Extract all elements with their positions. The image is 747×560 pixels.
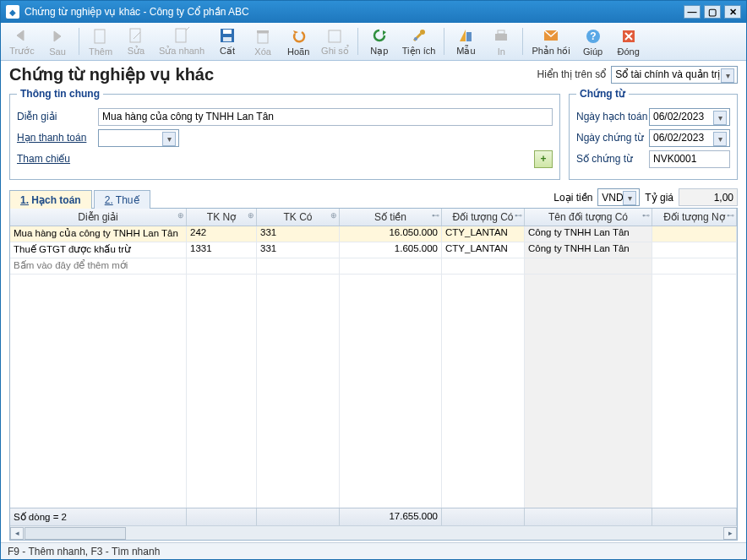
nav-prev-button[interactable]: Trước xyxy=(4,24,40,58)
scroll-right-button[interactable]: ▸ xyxy=(723,527,737,540)
print-button[interactable]: In xyxy=(483,24,519,58)
col-credit-obj-name[interactable]: Tên đối tượng Có⊷ xyxy=(525,209,652,226)
svg-rect-1 xyxy=(130,29,140,42)
content-area: Chứng từ nghiệp vụ khác Hiển thị trên sổ… xyxy=(1,61,746,542)
titlebar: ◆ Chứng từ nghiệp vụ khác - Công ty Cổ p… xyxy=(1,1,746,23)
svg-point-9 xyxy=(420,30,425,35)
col-credit-obj[interactable]: Đối tượng Có⊷ xyxy=(442,209,525,226)
col-description[interactable]: Diễn giải⊕ xyxy=(10,209,187,226)
col-debit-obj[interactable]: Đối tượng Nợ⊷ xyxy=(652,209,737,226)
due-date-combo[interactable] xyxy=(98,129,179,147)
tab-entries[interactable]: 1. Hạch toán xyxy=(9,190,92,209)
app-window: ◆ Chứng từ nghiệp vụ khác - Công ty Cổ p… xyxy=(0,0,747,560)
svg-rect-13 xyxy=(498,30,504,34)
delete-button[interactable]: Xóa xyxy=(245,24,281,58)
svg-rect-11 xyxy=(466,32,472,41)
general-info-group: Thông tin chung Diễn giải Hạn thanh toán… xyxy=(9,88,560,180)
page-title: Chứng từ nghiệp vụ khác xyxy=(9,64,537,84)
rate-input[interactable] xyxy=(679,188,738,206)
window-title: Chứng từ nghiệp vụ khác - Công ty Cổ phầ… xyxy=(25,6,684,18)
rate-label: Tỷ giá xyxy=(645,192,673,204)
grid-body[interactable]: Mua hàng của công ty TNHH Lan Tân 242 33… xyxy=(10,226,737,508)
svg-rect-2 xyxy=(176,29,186,42)
status-bar: F9 - Thêm nhanh, F3 - Tìm nhanh xyxy=(1,542,746,559)
toolbar: Trước Sau Thêm Sửa Sửa nhanh Cất Xóa Hoã… xyxy=(1,23,746,61)
svg-rect-8 xyxy=(329,30,341,42)
horizontal-scrollbar[interactable]: ◂ ▸ xyxy=(10,525,737,540)
voucher-no-label: Số chứng từ xyxy=(576,153,649,165)
scroll-left-button[interactable]: ◂ xyxy=(10,527,24,540)
table-row[interactable]: Thuế GTGT được khấu trừ 1331 331 1.605.0… xyxy=(10,242,737,258)
due-date-label: Hạn thanh toán xyxy=(17,132,98,144)
reload-button[interactable]: Nạp xyxy=(362,24,397,58)
col-amount[interactable]: Số tiền⊷ xyxy=(340,209,442,226)
add-button[interactable]: Thêm xyxy=(83,24,118,58)
posting-date-label: Ngày hạch toán xyxy=(576,111,649,122)
template-button[interactable]: Mẫu xyxy=(448,24,483,58)
add-row-placeholder[interactable]: Bấm vào đây để thêm mới xyxy=(10,258,737,275)
post-button[interactable]: Ghi sổ xyxy=(316,24,354,58)
voucher-date-input[interactable]: 06/02/2023 xyxy=(649,129,730,147)
voucher-no-input[interactable] xyxy=(649,150,730,168)
grid-footer: Số dòng = 2 17.655.000 xyxy=(10,508,737,525)
total-amount: 17.655.000 xyxy=(340,508,442,525)
voucher-date-label: Ngày chứng từ xyxy=(576,132,649,144)
pin-icon: ⊕ xyxy=(177,211,184,220)
voucher-legend: Chứng từ xyxy=(576,88,629,100)
svg-point-10 xyxy=(414,37,417,41)
display-on-label: Hiển thị trên sổ xyxy=(537,68,607,80)
svg-rect-12 xyxy=(495,34,507,41)
display-on-combo[interactable]: Sổ tài chính và quản trị xyxy=(611,66,738,84)
nav-next-button[interactable]: Sau xyxy=(40,24,75,58)
svg-rect-4 xyxy=(223,30,232,34)
currency-label: Loại tiền xyxy=(553,192,592,204)
col-credit-acct[interactable]: TK Có⊕ xyxy=(257,209,340,226)
grid-header: Diễn giải⊕ TK Nợ⊕ TK Có⊕ Số tiền⊷ Đối tư… xyxy=(10,209,737,226)
utilities-button[interactable]: Tiện ích xyxy=(397,24,441,58)
help-button[interactable]: ?Giúp xyxy=(575,24,611,58)
plus-icon: + xyxy=(540,153,546,165)
close-window-button[interactable]: ✕ xyxy=(724,5,741,19)
app-icon: ◆ xyxy=(6,5,19,19)
quick-edit-button[interactable]: Sửa nhanh xyxy=(154,24,210,58)
posting-date-input[interactable]: 06/02/2023 xyxy=(649,108,730,126)
maximize-button[interactable]: ▢ xyxy=(704,5,721,19)
general-info-legend: Thông tin chung xyxy=(17,88,103,100)
row-count: Số dòng = 2 xyxy=(10,508,187,525)
svg-rect-7 xyxy=(257,30,269,33)
close-button[interactable]: Đóng xyxy=(611,24,646,58)
reference-label: Tham chiếu xyxy=(17,153,98,165)
svg-rect-5 xyxy=(223,37,232,41)
scroll-thumb[interactable] xyxy=(25,527,126,540)
edit-button[interactable]: Sửa xyxy=(118,24,154,58)
save-button[interactable]: Cất xyxy=(210,24,245,58)
description-label: Diễn giải xyxy=(17,111,98,122)
currency-combo[interactable]: VND xyxy=(597,188,640,206)
add-reference-button[interactable]: + xyxy=(534,150,553,168)
undo-button[interactable]: Hoãn xyxy=(281,24,316,58)
svg-rect-0 xyxy=(95,30,105,43)
voucher-group: Chứng từ Ngày hạch toán 06/02/2023 Ngày … xyxy=(569,88,738,180)
description-input[interactable] xyxy=(98,108,553,126)
tab-tax[interactable]: 2. Thuế xyxy=(94,190,150,209)
minimize-button[interactable]: — xyxy=(684,5,701,19)
feedback-button[interactable]: Phản hồi xyxy=(526,24,575,58)
col-debit-acct[interactable]: TK Nợ⊕ xyxy=(187,209,257,226)
table-row[interactable]: Mua hàng của công ty TNHH Lan Tân 242 33… xyxy=(10,226,737,242)
svg-text:?: ? xyxy=(590,30,596,42)
svg-rect-6 xyxy=(258,33,268,43)
entries-grid: Diễn giải⊕ TK Nợ⊕ TK Có⊕ Số tiền⊷ Đối tư… xyxy=(9,209,738,541)
